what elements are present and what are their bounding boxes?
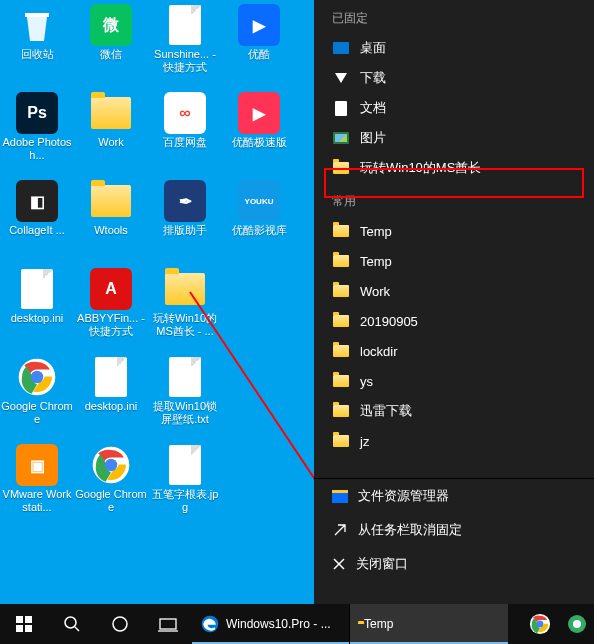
jl-ys[interactable]: ys bbox=[314, 366, 594, 396]
youku-fast-icon: ▶ bbox=[238, 92, 280, 134]
folder-icon bbox=[332, 342, 350, 360]
folder-icon bbox=[332, 159, 350, 177]
taskbar-app-temp[interactable]: Temp bbox=[350, 604, 508, 644]
chrome-1-icon bbox=[16, 356, 58, 398]
svg-rect-10 bbox=[16, 616, 23, 623]
desktop-icon-chrome-1[interactable]: Google Chrome bbox=[0, 352, 74, 440]
folder-icon bbox=[332, 252, 350, 270]
wubi-icon bbox=[164, 444, 206, 486]
desktop-icon-label: Google Chrome bbox=[1, 400, 73, 426]
desktop-icon-youku[interactable]: ▶优酷 bbox=[222, 0, 296, 88]
paiban-icon: ✒ bbox=[164, 180, 206, 222]
abbyy-icon: A bbox=[90, 268, 132, 310]
desktop-icon-youku-movie[interactable]: YOUKU优酷影视库 bbox=[222, 176, 296, 264]
jl-pictures[interactable]: 图片 bbox=[314, 123, 594, 153]
desktop-icon-desktop-ini-2[interactable]: desktop.ini bbox=[74, 352, 148, 440]
jump-list-item-label: 图片 bbox=[360, 129, 386, 147]
desktop-icon-paiban[interactable]: ✒排版助手 bbox=[148, 176, 222, 264]
taskbar-app-edge[interactable]: Windows10.Pro - ... bbox=[192, 604, 350, 644]
task-view-button[interactable] bbox=[144, 604, 192, 644]
jl-date[interactable]: 20190905 bbox=[314, 306, 594, 336]
taskbar-generic-app[interactable] bbox=[560, 604, 594, 644]
desktop-icon-photoshop[interactable]: PsAdobe Photosh... bbox=[0, 88, 74, 176]
jump-list-item-label: 玩转Win10的MS酋长 bbox=[360, 159, 481, 177]
jl-close[interactable]: 关闭窗口 bbox=[314, 547, 594, 581]
desktop-icon-win10lock[interactable]: 提取Win10锁屏壁纸.txt bbox=[148, 352, 222, 440]
desktop-icon-label: 优酷 bbox=[248, 48, 270, 61]
taskbar: Windows10.Pro - ... Temp bbox=[0, 604, 594, 644]
win10lock-icon bbox=[164, 356, 206, 398]
desktop-icon-chrome-2[interactable]: Google Chrome bbox=[74, 440, 148, 528]
search-button[interactable] bbox=[48, 604, 96, 644]
jump-list-item-label: 从任务栏取消固定 bbox=[358, 521, 462, 539]
folder-icon bbox=[332, 372, 350, 390]
folder-icon bbox=[332, 222, 350, 240]
download-icon bbox=[332, 69, 350, 87]
desktop-icon-win10ms-folder[interactable]: 玩转Win10的MS酋长 - ... bbox=[148, 264, 222, 352]
pic-icon bbox=[332, 129, 350, 147]
desktop-icon-desktop-ini-1[interactable]: desktop.ini bbox=[0, 264, 74, 352]
sunshine-icon bbox=[164, 4, 206, 46]
start-button[interactable] bbox=[0, 604, 48, 644]
jump-list-item-label: Temp bbox=[360, 224, 392, 239]
svg-rect-17 bbox=[160, 619, 176, 629]
jump-list-item-label: jz bbox=[360, 434, 369, 449]
jump-list-item-label: lockdir bbox=[360, 344, 398, 359]
jl-documents[interactable]: 文档 bbox=[314, 93, 594, 123]
desktop-icon-youku-fast[interactable]: ▶优酷极速版 bbox=[222, 88, 296, 176]
desktop-icon-vmware[interactable]: ▣VMware Workstati... bbox=[0, 440, 74, 528]
jl-temp2[interactable]: Temp bbox=[314, 246, 594, 276]
desktop-icon-collageit[interactable]: ◧CollageIt ... bbox=[0, 176, 74, 264]
desktop-icon-wechat[interactable]: 微微信 bbox=[74, 0, 148, 88]
svg-point-24 bbox=[573, 620, 581, 628]
desktop-icon-abbyy[interactable]: AABBYYFin... - 快捷方式 bbox=[74, 264, 148, 352]
close-icon bbox=[332, 557, 346, 571]
svg-point-4 bbox=[105, 459, 118, 472]
taskbar-app-temp-label: Temp bbox=[364, 617, 393, 631]
jump-list-item-label: 关闭窗口 bbox=[356, 555, 408, 573]
jump-list-item-label: 文档 bbox=[360, 99, 386, 117]
svg-point-16 bbox=[113, 617, 127, 631]
jl-jz[interactable]: jz bbox=[314, 426, 594, 456]
desktop-icon-label: Wtools bbox=[94, 224, 128, 237]
desktop-icon-label: desktop.ini bbox=[85, 400, 138, 413]
jl-downloads[interactable]: 下载 bbox=[314, 63, 594, 93]
jump-list-item-label: Temp bbox=[360, 254, 392, 269]
desktop-ini-2-icon bbox=[90, 356, 132, 398]
desktop-icon-wtools[interactable]: Wtools bbox=[74, 176, 148, 264]
desktop-icon-label: VMware Workstati... bbox=[1, 488, 73, 514]
desktop-ini-1-icon bbox=[16, 268, 58, 310]
jl-temp1[interactable]: Temp bbox=[314, 216, 594, 246]
photoshop-icon: Ps bbox=[16, 92, 58, 134]
jl-win10ms[interactable]: 玩转Win10的MS酋长 bbox=[314, 153, 594, 183]
cortana-button[interactable] bbox=[96, 604, 144, 644]
folder-icon bbox=[332, 282, 350, 300]
desktop-icon bbox=[332, 39, 350, 57]
desktop-icon-label: 回收站 bbox=[21, 48, 54, 61]
jl-work[interactable]: Work bbox=[314, 276, 594, 306]
desktop-icon-label: Adobe Photosh... bbox=[1, 136, 73, 162]
jump-list-item-label: 20190905 bbox=[360, 314, 418, 329]
desktop-icon-sunshine[interactable]: Sunshine... - 快捷方式 bbox=[148, 0, 222, 88]
desktop-background[interactable]: 回收站微微信Sunshine... - 快捷方式▶优酷PsAdobe Photo… bbox=[0, 0, 594, 644]
wechat-icon: 微 bbox=[90, 4, 132, 46]
svg-rect-11 bbox=[25, 616, 32, 623]
edge-icon bbox=[200, 614, 220, 634]
folder-icon bbox=[332, 402, 350, 420]
desktop-icon-work-folder[interactable]: Work bbox=[74, 88, 148, 176]
collageit-icon: ◧ bbox=[16, 180, 58, 222]
vmware-icon: ▣ bbox=[16, 444, 58, 486]
wtools-icon bbox=[90, 180, 132, 222]
desktop-icon-recycle-bin[interactable]: 回收站 bbox=[0, 0, 74, 88]
jl-lockdir[interactable]: lockdir bbox=[314, 336, 594, 366]
desktop-icon-wubi[interactable]: 五笔字根表.jpg bbox=[148, 440, 222, 528]
jump-list: 已固定 桌面下载文档图片玩转Win10的MS酋长 常用 TempTempWork… bbox=[314, 0, 594, 604]
jl-explorer[interactable]: 文件资源管理器 bbox=[314, 479, 594, 513]
desktop-icon-baidupan[interactable]: ∞百度网盘 bbox=[148, 88, 222, 176]
jl-desktop[interactable]: 桌面 bbox=[314, 33, 594, 63]
jl-xunlei[interactable]: 迅雷下载 bbox=[314, 396, 594, 426]
desktop-icon-label: 玩转Win10的MS酋长 - ... bbox=[149, 312, 221, 338]
svg-rect-12 bbox=[16, 625, 23, 632]
taskbar-chrome[interactable] bbox=[520, 604, 560, 644]
jl-unpin[interactable]: 从任务栏取消固定 bbox=[314, 513, 594, 547]
